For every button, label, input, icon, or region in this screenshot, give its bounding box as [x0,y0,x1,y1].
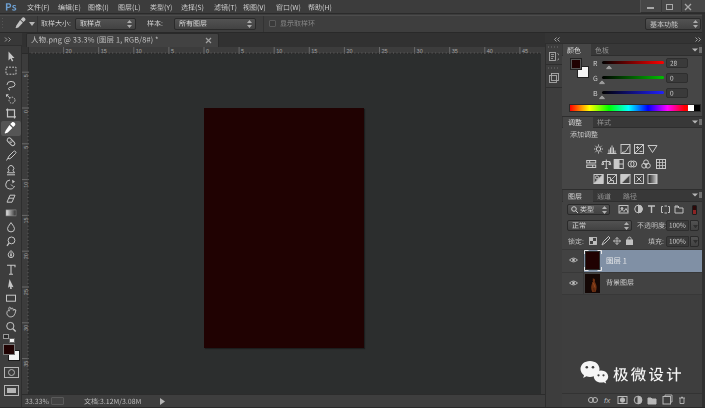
svg-text:fx: fx [604,396,611,405]
